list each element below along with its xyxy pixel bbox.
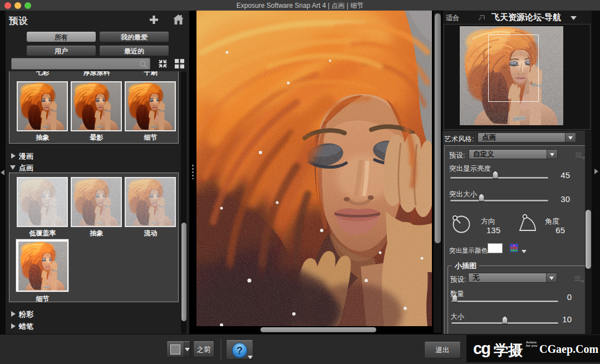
svg-text:?: ?	[237, 345, 243, 356]
